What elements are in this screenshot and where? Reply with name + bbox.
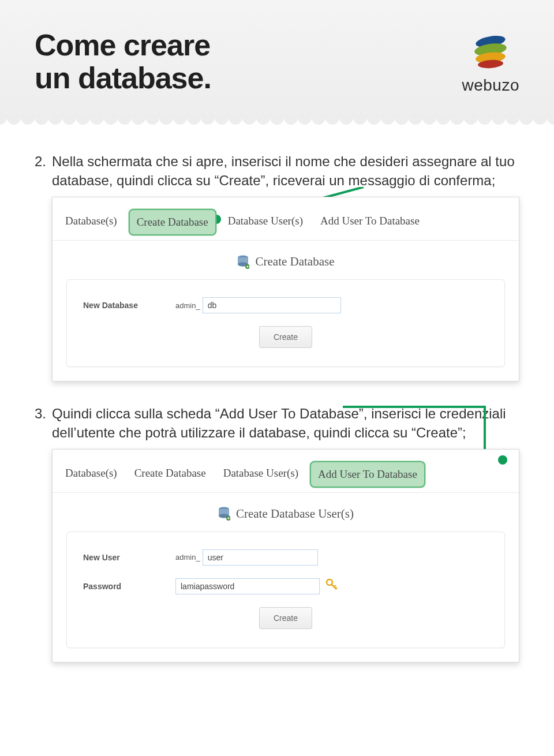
tab-databases[interactable]: Database(s) [59, 461, 123, 492]
step-2: 2. Nella schermata che si apre, inserisc… [35, 152, 519, 381]
screenshot-panel-2: Database(s) Create Database Database Use… [52, 449, 519, 663]
password-label: Password [83, 582, 175, 591]
svg-line-13 [334, 585, 336, 587]
database-icon [218, 507, 230, 521]
tab-create-database[interactable]: Create Database [129, 209, 216, 235]
tabs-row: Database(s) Create Database Database Use… [53, 450, 519, 493]
tab-create-database[interactable]: Create Database [129, 461, 212, 492]
section-title-text: Create Database [255, 255, 334, 269]
section-title-text: Create Database User(s) [236, 507, 354, 521]
page-header: Come creare un database. webuzo [0, 0, 554, 118]
key-icon[interactable] [325, 578, 338, 594]
form-row-new-database: New Database admin_ [83, 297, 488, 313]
password-input[interactable] [175, 578, 320, 594]
new-user-label: New User [83, 553, 175, 562]
new-database-input[interactable] [203, 297, 341, 313]
tab-add-user-to-database[interactable]: Add User To Database [315, 209, 425, 240]
step-3: 3. Quindi clicca sulla scheda “Add User … [35, 405, 519, 663]
step-number: 2. [35, 152, 52, 171]
step-number: 3. [35, 405, 52, 423]
svg-line-14 [336, 587, 337, 589]
new-database-label: New Database [83, 301, 175, 310]
db-prefix: admin_ [175, 301, 200, 310]
form-card: New User admin_ Password [66, 532, 505, 648]
tab-databases[interactable]: Database(s) [59, 209, 123, 240]
create-button[interactable]: Create [259, 326, 312, 348]
step-2-text: Nella schermata che si apre, inserisci i… [52, 152, 519, 190]
create-button[interactable]: Create [259, 607, 312, 629]
page-title: Come creare un database. [35, 29, 211, 95]
form-card: New Database admin_ Create [66, 279, 505, 367]
annotation-dot-icon [498, 455, 507, 465]
new-user-input[interactable] [203, 549, 318, 566]
tabs-row: Database(s) Create Database Database Use… [53, 197, 519, 241]
database-icon [237, 255, 249, 269]
logo-text: webuzo [462, 76, 519, 95]
content: 2. Nella schermata che si apre, inserisc… [0, 118, 554, 709]
user-prefix: admin_ [175, 553, 200, 562]
form-row-password: Password [83, 578, 488, 594]
section-title: Create Database [53, 241, 519, 279]
logo: webuzo [462, 33, 519, 95]
tab-database-users[interactable]: Database User(s) [222, 209, 309, 240]
title-line-2: un database. [35, 62, 211, 95]
tab-database-users[interactable]: Database User(s) [218, 461, 304, 492]
form-row-new-user: New User admin_ [83, 549, 488, 566]
webuzo-logo-icon [470, 33, 511, 70]
section-title: Create Database User(s) [53, 493, 519, 532]
screenshot-panel-1: Database(s) Create Database Database Use… [52, 197, 519, 381]
tab-add-user-to-database[interactable]: Add User To Database [310, 461, 425, 488]
step-3-text: Quindi clicca sulla scheda “Add User To … [52, 405, 519, 442]
title-line-1: Come creare [35, 29, 211, 62]
